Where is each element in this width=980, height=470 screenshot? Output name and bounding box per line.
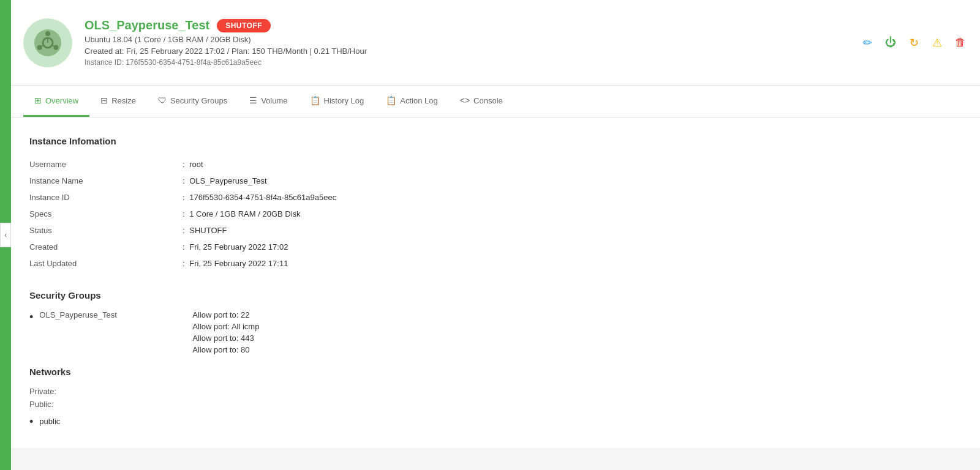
info-row-last-updated: Last Updated Fri, 25 February 2022 17:11 [29, 255, 962, 272]
sg-rule-3: Allow port to: 443 [192, 334, 259, 343]
sg-rule-4: Allow port to: 80 [192, 345, 259, 354]
tab-overview-label: Overview [45, 96, 78, 105]
value-username: root [183, 160, 203, 169]
info-row-instance-name: Instance Name OLS_Payperuse_Test [29, 173, 962, 189]
volume-tab-icon: ☰ [249, 95, 257, 105]
tab-console[interactable]: <> Console [449, 86, 514, 117]
public-network-item: • public [29, 412, 962, 430]
title-row: OLS_Payperuse_Test SHUTOFF [85, 18, 367, 32]
svg-point-2 [45, 31, 50, 36]
value-specs: 1 Core / 1GB RAM / 20GB Disk [183, 209, 301, 218]
tab-resize[interactable]: ⊟ Resize [89, 86, 147, 117]
private-label: Private: [29, 387, 962, 396]
console-tab-icon: <> [460, 95, 470, 105]
instance-info: OLS_Payperuse_Test SHUTOFF Ubuntu 18.04 … [85, 18, 367, 67]
tab-history-log-label: History Log [324, 96, 364, 105]
tab-overview[interactable]: ⊞ Overview [23, 86, 89, 117]
public-network-name: public [39, 417, 60, 426]
security-groups-tab-icon: 🛡 [158, 95, 167, 105]
instance-header: OLS_Payperuse_Test SHUTOFF Ubuntu 18.04 … [23, 18, 367, 67]
instance-created-info: Created at: Fri, 25 February 2022 17:02 … [85, 47, 367, 56]
history-log-tab-icon: 📋 [310, 95, 320, 105]
public-bullet: • [29, 416, 33, 427]
tab-action-log-label: Action Log [400, 96, 437, 105]
tab-action-log[interactable]: 📋 Action Log [375, 86, 448, 117]
tab-volume-label: Volume [261, 96, 287, 105]
sg-name: OLS_Payperuse_Test [39, 310, 186, 319]
label-username: Username [29, 160, 183, 169]
label-specs: Specs [29, 209, 183, 218]
public-label: Public: [29, 400, 962, 409]
instance-id-display: Instance ID: 176f5530-6354-4751-8f4a-85c… [85, 58, 367, 67]
label-created: Created [29, 242, 183, 252]
label-status: Status [29, 226, 183, 235]
instance-info-table: Username root Instance Name OLS_Payperus… [29, 156, 962, 272]
label-instance-name: Instance Name [29, 176, 183, 185]
label-last-updated: Last Updated [29, 259, 183, 268]
tab-security-groups-label: Security Groups [170, 96, 227, 105]
tab-volume[interactable]: ☰ Volume [238, 86, 298, 117]
instance-subtitle: Ubuntu 18.04 (1 Core / 1GB RAM / 20GB Di… [85, 35, 367, 44]
info-row-status: Status SHUTOFF [29, 222, 962, 239]
nav-arrow[interactable]: ‹ [0, 223, 11, 247]
status-badge: SHUTOFF [217, 19, 271, 32]
header-actions: ✏ ⏻ ↻ ⚠ 🗑 [860, 35, 968, 50]
overview-tab-icon: ⊞ [34, 95, 42, 105]
warning-icon[interactable]: ⚠ [930, 35, 944, 50]
instance-name: OLS_Payperuse_Test [85, 18, 209, 32]
resize-tab-icon: ⊟ [100, 95, 108, 105]
value-last-updated: Fri, 25 February 2022 17:11 [183, 259, 288, 268]
sg-rule-2: Allow port: All icmp [192, 322, 259, 331]
action-log-tab-icon: 📋 [386, 95, 396, 105]
instance-info-section-title: Instance Infomation [29, 136, 962, 146]
info-row-username: Username root [29, 156, 962, 173]
info-row-instance-id: Instance ID 176f5530-6354-4751-8f4a-85c6… [29, 189, 962, 206]
sg-bullet: • [29, 311, 33, 323]
edit-icon[interactable]: ✏ [860, 35, 875, 50]
value-status: SHUTOFF [183, 226, 227, 235]
tab-resize-label: Resize [111, 96, 136, 105]
security-groups-section-title: Security Groups [29, 290, 962, 300]
networks-section-title: Networks [29, 367, 962, 377]
value-instance-name: OLS_Payperuse_Test [183, 176, 267, 185]
sg-rule-1: Allow port to: 22 [192, 310, 259, 319]
security-group-row: • OLS_Payperuse_Test Allow port to: 22 A… [29, 310, 962, 354]
content-area: Instance Infomation Username root Instan… [11, 118, 980, 448]
value-instance-id: 176f5530-6354-4751-8f4a-85c61a9a5eec [183, 193, 336, 202]
label-instance-id: Instance ID [29, 193, 183, 202]
avatar [23, 18, 72, 67]
info-row-created: Created Fri, 25 February 2022 17:02 [29, 239, 962, 255]
power-icon[interactable]: ⏻ [883, 35, 898, 50]
networks-section: Networks Private: Public: • public [29, 367, 962, 430]
top-bar: OLS_Payperuse_Test SHUTOFF Ubuntu 18.04 … [11, 0, 980, 86]
value-created: Fri, 25 February 2022 17:02 [183, 242, 288, 252]
sg-rules: Allow port to: 22 Allow port: All icmp A… [192, 310, 259, 354]
tab-history-log[interactable]: 📋 History Log [299, 86, 375, 117]
delete-icon[interactable]: 🗑 [953, 35, 968, 50]
tab-security-groups[interactable]: 🛡 Security Groups [147, 86, 238, 117]
refresh-icon[interactable]: ↻ [907, 35, 921, 50]
tabs-bar: ⊞ Overview ⊟ Resize 🛡 Security Groups ☰ … [11, 86, 980, 118]
tab-console-label: Console [473, 96, 503, 105]
info-row-specs: Specs 1 Core / 1GB RAM / 20GB Disk [29, 206, 962, 222]
